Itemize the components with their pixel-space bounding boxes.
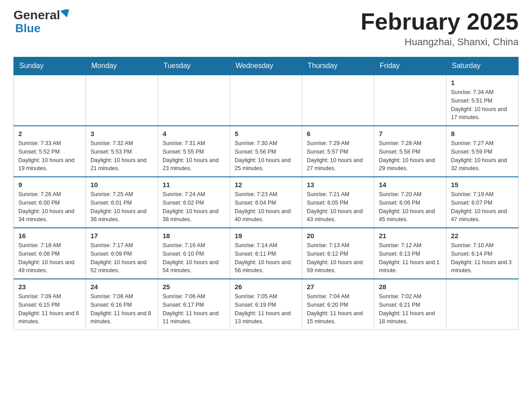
weekday-header-wednesday: Wednesday — [230, 57, 302, 75]
day-info: Sunrise: 7:02 AMSunset: 6:21 PMDaylight:… — [379, 292, 442, 326]
calendar-cell — [446, 279, 519, 330]
calendar-week-5: 23Sunrise: 7:09 AMSunset: 6:15 PMDayligh… — [14, 279, 519, 330]
calendar-cell: 22Sunrise: 7:10 AMSunset: 6:14 PMDayligh… — [446, 228, 519, 279]
day-info: Sunrise: 7:19 AMSunset: 6:07 PMDaylight:… — [451, 190, 514, 224]
calendar-cell: 20Sunrise: 7:13 AMSunset: 6:12 PMDayligh… — [302, 228, 374, 279]
day-info: Sunrise: 7:21 AMSunset: 6:05 PMDaylight:… — [307, 190, 369, 224]
day-info: Sunrise: 7:16 AMSunset: 6:10 PMDaylight:… — [163, 241, 225, 275]
calendar-cell — [14, 75, 86, 126]
calendar-cell: 8Sunrise: 7:27 AMSunset: 5:59 PMDaylight… — [446, 126, 519, 177]
weekday-header-thursday: Thursday — [302, 57, 374, 75]
calendar-cell: 14Sunrise: 7:20 AMSunset: 6:06 PMDayligh… — [374, 177, 446, 228]
day-number: 10 — [90, 181, 153, 188]
day-number: 24 — [90, 283, 153, 291]
day-info: Sunrise: 7:30 AMSunset: 5:56 PMDaylight:… — [235, 139, 297, 173]
calendar-cell — [302, 75, 374, 126]
day-info: Sunrise: 7:17 AMSunset: 6:09 PMDaylight:… — [90, 241, 153, 275]
calendar-cell: 4Sunrise: 7:31 AMSunset: 5:55 PMDaylight… — [158, 126, 230, 177]
weekday-header-tuesday: Tuesday — [158, 57, 230, 75]
day-number: 5 — [235, 130, 297, 137]
calendar-cell: 5Sunrise: 7:30 AMSunset: 5:56 PMDaylight… — [230, 126, 302, 177]
weekday-header-row: SundayMondayTuesdayWednesdayThursdayFrid… — [14, 57, 519, 75]
day-number: 3 — [90, 130, 153, 137]
day-info: Sunrise: 7:29 AMSunset: 5:57 PMDaylight:… — [307, 139, 369, 173]
calendar-cell: 27Sunrise: 7:04 AMSunset: 6:20 PMDayligh… — [302, 279, 374, 330]
day-info: Sunrise: 7:28 AMSunset: 5:58 PMDaylight:… — [379, 139, 442, 173]
day-number: 14 — [379, 181, 442, 188]
calendar-cell: 21Sunrise: 7:12 AMSunset: 6:13 PMDayligh… — [374, 228, 446, 279]
calendar-week-2: 2Sunrise: 7:33 AMSunset: 5:52 PMDaylight… — [14, 126, 519, 177]
calendar-cell: 25Sunrise: 7:06 AMSunset: 6:17 PMDayligh… — [158, 279, 230, 330]
weekday-header-sunday: Sunday — [14, 57, 86, 75]
calendar-cell: 16Sunrise: 7:18 AMSunset: 6:08 PMDayligh… — [14, 228, 86, 279]
day-number: 11 — [163, 181, 225, 188]
day-info: Sunrise: 7:04 AMSunset: 6:20 PMDaylight:… — [307, 292, 369, 326]
day-number: 22 — [451, 232, 514, 240]
day-number: 16 — [18, 232, 81, 240]
page-header: General Blue February 2025 Huangzhai, Sh… — [13, 9, 519, 48]
day-info: Sunrise: 7:32 AMSunset: 5:53 PMDaylight:… — [90, 139, 153, 173]
calendar-cell: 9Sunrise: 7:26 AMSunset: 6:00 PMDaylight… — [14, 177, 86, 228]
calendar-cell: 11Sunrise: 7:24 AMSunset: 6:02 PMDayligh… — [158, 177, 230, 228]
day-info: Sunrise: 7:05 AMSunset: 6:19 PMDaylight:… — [235, 292, 297, 326]
day-info: Sunrise: 7:33 AMSunset: 5:52 PMDaylight:… — [18, 139, 81, 173]
day-number: 18 — [163, 232, 225, 240]
day-info: Sunrise: 7:10 AMSunset: 6:14 PMDaylight:… — [451, 241, 514, 275]
logo-general-text: General — [13, 9, 60, 21]
day-number: 4 — [163, 130, 225, 137]
day-info: Sunrise: 7:06 AMSunset: 6:17 PMDaylight:… — [163, 292, 225, 326]
calendar-cell — [86, 75, 158, 126]
day-number: 27 — [307, 283, 369, 291]
day-number: 15 — [451, 181, 514, 188]
title-section: February 2025 Huangzhai, Shanxi, China — [360, 9, 519, 48]
calendar-week-3: 9Sunrise: 7:26 AMSunset: 6:00 PMDaylight… — [14, 177, 519, 228]
svg-marker-0 — [61, 9, 71, 17]
calendar-cell — [230, 75, 302, 126]
logo-blue-text: Blue — [15, 22, 40, 34]
day-number: 26 — [235, 283, 297, 291]
day-number: 1 — [451, 79, 514, 86]
day-info: Sunrise: 7:12 AMSunset: 6:13 PMDaylight:… — [379, 241, 442, 275]
calendar-table: SundayMondayTuesdayWednesdayThursdayFrid… — [13, 57, 519, 330]
day-info: Sunrise: 7:25 AMSunset: 6:01 PMDaylight:… — [90, 190, 153, 224]
calendar-cell: 1Sunrise: 7:34 AMSunset: 5:51 PMDaylight… — [446, 75, 519, 126]
day-info: Sunrise: 7:23 AMSunset: 6:04 PMDaylight:… — [235, 190, 297, 224]
calendar-cell — [374, 75, 446, 126]
day-number: 7 — [379, 130, 442, 137]
day-info: Sunrise: 7:14 AMSunset: 6:11 PMDaylight:… — [235, 241, 297, 275]
weekday-header-saturday: Saturday — [446, 57, 519, 75]
calendar-cell: 7Sunrise: 7:28 AMSunset: 5:58 PMDaylight… — [374, 126, 446, 177]
calendar-cell: 19Sunrise: 7:14 AMSunset: 6:11 PMDayligh… — [230, 228, 302, 279]
day-number: 2 — [18, 130, 81, 137]
day-number: 9 — [18, 181, 81, 188]
calendar-cell: 26Sunrise: 7:05 AMSunset: 6:19 PMDayligh… — [230, 279, 302, 330]
logo: General Blue — [13, 9, 71, 34]
day-number: 20 — [307, 232, 369, 240]
day-info: Sunrise: 7:13 AMSunset: 6:12 PMDaylight:… — [307, 241, 369, 275]
weekday-header-monday: Monday — [86, 57, 158, 75]
day-info: Sunrise: 7:20 AMSunset: 6:06 PMDaylight:… — [379, 190, 442, 224]
calendar-cell: 18Sunrise: 7:16 AMSunset: 6:10 PMDayligh… — [158, 228, 230, 279]
location: Huangzhai, Shanxi, China — [360, 36, 519, 48]
day-info: Sunrise: 7:31 AMSunset: 5:55 PMDaylight:… — [163, 139, 225, 173]
day-info: Sunrise: 7:24 AMSunset: 6:02 PMDaylight:… — [163, 190, 225, 224]
day-number: 28 — [379, 283, 442, 291]
day-number: 8 — [451, 130, 514, 137]
calendar-cell: 17Sunrise: 7:17 AMSunset: 6:09 PMDayligh… — [86, 228, 158, 279]
day-number: 21 — [379, 232, 442, 240]
calendar-cell — [158, 75, 230, 126]
day-info: Sunrise: 7:18 AMSunset: 6:08 PMDaylight:… — [18, 241, 81, 275]
day-info: Sunrise: 7:27 AMSunset: 5:59 PMDaylight:… — [451, 139, 514, 173]
calendar-cell: 28Sunrise: 7:02 AMSunset: 6:21 PMDayligh… — [374, 279, 446, 330]
day-info: Sunrise: 7:26 AMSunset: 6:00 PMDaylight:… — [18, 190, 81, 224]
calendar-cell: 15Sunrise: 7:19 AMSunset: 6:07 PMDayligh… — [446, 177, 519, 228]
calendar-cell: 2Sunrise: 7:33 AMSunset: 5:52 PMDaylight… — [14, 126, 86, 177]
calendar-cell: 24Sunrise: 7:08 AMSunset: 6:16 PMDayligh… — [86, 279, 158, 330]
calendar-week-1: 1Sunrise: 7:34 AMSunset: 5:51 PMDaylight… — [14, 75, 519, 126]
calendar-week-4: 16Sunrise: 7:18 AMSunset: 6:08 PMDayligh… — [14, 228, 519, 279]
day-info: Sunrise: 7:09 AMSunset: 6:15 PMDaylight:… — [18, 292, 81, 326]
month-title: February 2025 — [360, 9, 519, 34]
weekday-header-friday: Friday — [374, 57, 446, 75]
calendar-cell: 3Sunrise: 7:32 AMSunset: 5:53 PMDaylight… — [86, 126, 158, 177]
calendar-cell: 6Sunrise: 7:29 AMSunset: 5:57 PMDaylight… — [302, 126, 374, 177]
